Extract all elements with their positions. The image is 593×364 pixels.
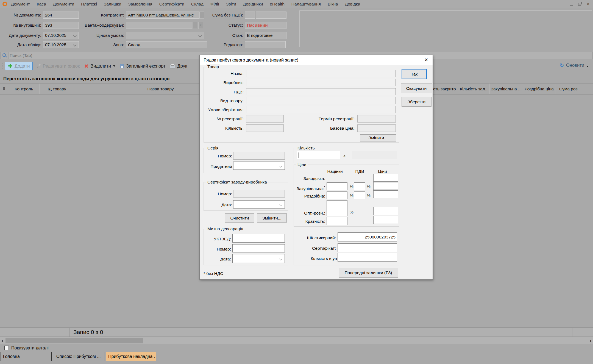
doc-number-field[interactable]: 264 bbox=[43, 12, 79, 19]
minimize-button[interactable] bbox=[567, 1, 575, 7]
menu-item-zalyshky[interactable]: Залишки bbox=[104, 2, 121, 7]
sticker-barcode-field[interactable]: 2500000203725 bbox=[338, 232, 397, 241]
search-icon-box[interactable] bbox=[1, 52, 9, 59]
tab-income-invoice[interactable]: Прибуткова накладна . bbox=[106, 352, 156, 361]
retail-markup-input[interactable] bbox=[327, 191, 347, 199]
wholesale-markup-input[interactable] bbox=[327, 208, 347, 216]
retail-vat-input[interactable] bbox=[354, 191, 365, 199]
menu-item-vikna[interactable]: Вікна bbox=[328, 2, 338, 7]
base-price-label: Базова ціна: bbox=[318, 125, 355, 132]
base-price-field[interactable] bbox=[357, 124, 396, 132]
retail-price-label: Роздрібна: bbox=[296, 193, 325, 199]
manufacturer-field[interactable] bbox=[246, 79, 396, 86]
multiplicity-input[interactable] bbox=[327, 217, 347, 225]
chevron-down-icon[interactable] bbox=[73, 43, 77, 47]
tab-main[interactable]: Головна bbox=[1, 352, 52, 361]
dialog-quantity-label: Кількість. bbox=[202, 125, 244, 132]
multiplicity-price-field[interactable] bbox=[373, 216, 398, 224]
purchase-markup-input[interactable] bbox=[327, 182, 347, 190]
product-change-button[interactable]: Змінити... bbox=[360, 134, 396, 141]
scroll-left-icon[interactable]: ‹ bbox=[0, 337, 5, 344]
clear-button[interactable]: Очистити bbox=[225, 213, 254, 223]
scrollbar-thumb[interactable] bbox=[5, 338, 143, 343]
column-header-sum-retail[interactable]: Сума роз bbox=[555, 84, 593, 94]
factory-cert-number-field[interactable] bbox=[233, 190, 285, 198]
app-window: Документ Каса Документи Платежі Залишки … bbox=[0, 0, 593, 364]
add-row-button[interactable]: Додати bbox=[5, 62, 33, 70]
dialog-close-button[interactable]: × bbox=[422, 56, 430, 64]
menu-item-sklad[interactable]: Склад bbox=[191, 2, 204, 7]
customs-date-label: Дата: bbox=[202, 255, 231, 262]
per-pack-input[interactable] bbox=[338, 253, 397, 262]
reg-term-field[interactable] bbox=[357, 115, 396, 123]
product-type-field[interactable] bbox=[246, 97, 396, 104]
dialog-quantity-info-field[interactable] bbox=[246, 124, 284, 132]
customs-number-input[interactable] bbox=[232, 244, 285, 252]
menu-item-zvity[interactable]: Звіти bbox=[226, 2, 236, 7]
vat-field[interactable] bbox=[246, 88, 396, 95]
quantity-total-field[interactable] bbox=[352, 151, 397, 159]
row-grip-icon[interactable]: ⠿ bbox=[0, 84, 8, 94]
storage-conditions-field[interactable] bbox=[246, 106, 396, 113]
accounting-date-field[interactable]: 07.10.2025 bbox=[43, 41, 79, 48]
contractor-field[interactable]: Апт №003 пгт.Барышевка, ул.Кие bbox=[126, 12, 199, 19]
column-header-control[interactable]: Контроль bbox=[8, 84, 40, 94]
consignee-field[interactable] bbox=[126, 22, 192, 29]
sum-no-vat-field[interactable] bbox=[256, 12, 286, 19]
purchase-vat-input[interactable] bbox=[354, 182, 365, 190]
previous-stock-button[interactable]: Попередні залишки (F8) bbox=[339, 268, 398, 278]
doc-date-field[interactable]: 07.10.2025 bbox=[43, 32, 79, 39]
delete-row-button[interactable]: Видалити bbox=[84, 63, 115, 69]
toolbar-grip-icon[interactable] bbox=[2, 63, 2, 69]
menu-item-ehealth[interactable]: eHealth bbox=[270, 2, 284, 7]
wholesale-price-field[interactable] bbox=[373, 207, 398, 215]
refresh-button[interactable]: ↻ Оновити bbox=[560, 63, 589, 68]
factory-price-field[interactable] bbox=[373, 174, 398, 182]
internal-number-field[interactable]: 393 bbox=[43, 22, 79, 29]
scroll-right-icon[interactable]: › bbox=[588, 337, 593, 344]
edit-row-button[interactable]: Редагувати рядок bbox=[37, 63, 80, 69]
menu-item-filii[interactable]: Філії bbox=[210, 2, 219, 7]
cancel-button[interactable]: Скасувати bbox=[401, 84, 432, 93]
menu-item-dovidnyky[interactable]: Довідники bbox=[243, 2, 263, 7]
column-header-qty-remaining[interactable]: Кількість зал... bbox=[459, 84, 489, 94]
chevron-down-icon bbox=[279, 203, 282, 206]
purchase-price-field[interactable] bbox=[373, 182, 398, 190]
horizontal-scrollbar[interactable]: ‹ › bbox=[0, 337, 593, 344]
customs-date-combobox[interactable] bbox=[232, 254, 285, 263]
chevron-down-icon[interactable] bbox=[73, 34, 77, 37]
menu-item-dokument[interactable]: Документ bbox=[11, 2, 30, 7]
tab-income-list[interactable]: Список: Прибуткові ... bbox=[54, 352, 104, 361]
dialog-title-bar[interactable]: Рядок прибуткового документа (новий запи… bbox=[200, 55, 433, 65]
column-header-retail-price[interactable]: Роздрібна ціна bbox=[523, 84, 555, 94]
certificate-change-button[interactable]: Змінити... bbox=[257, 213, 287, 223]
product-name-field[interactable] bbox=[246, 70, 396, 77]
restore-button[interactable] bbox=[576, 1, 583, 7]
show-details-checkbox[interactable] bbox=[4, 346, 9, 350]
menu-item-nalashtuvannia[interactable]: Налаштування bbox=[291, 2, 321, 7]
column-header-product-id[interactable]: ІД товару bbox=[40, 84, 74, 94]
quantity-input[interactable] bbox=[297, 151, 340, 159]
price-condition-field[interactable] bbox=[126, 32, 204, 39]
retail-price-field[interactable] bbox=[373, 190, 398, 198]
menu-item-sertyfikaty[interactable]: Сертифікати bbox=[159, 2, 184, 7]
menu-item-kasa[interactable]: Каса bbox=[37, 2, 46, 7]
sum-no-vat-field-small[interactable] bbox=[245, 12, 255, 19]
menu-item-dokumenty[interactable]: Документи bbox=[53, 2, 74, 7]
close-button[interactable]: × bbox=[584, 1, 592, 7]
plus-icon bbox=[8, 64, 12, 68]
factory-cert-date-combobox[interactable] bbox=[233, 200, 285, 209]
series-valid-combobox[interactable] bbox=[233, 162, 285, 170]
print-button[interactable]: Друк bbox=[170, 63, 187, 69]
menu-item-dovidka[interactable]: Довідка bbox=[345, 2, 360, 7]
menu-item-platezhi[interactable]: Платежі bbox=[81, 2, 97, 7]
uktzed-input[interactable] bbox=[232, 234, 285, 243]
save-button[interactable]: Зберегти bbox=[402, 97, 431, 107]
general-export-button[interactable]: Загальний експорт bbox=[120, 63, 166, 69]
reg-number-field[interactable] bbox=[246, 115, 284, 123]
dialog-certificate-input[interactable] bbox=[338, 243, 397, 252]
menu-item-zamovlennia[interactable]: Замовлення bbox=[128, 2, 152, 7]
ok-button[interactable]: Так bbox=[402, 69, 427, 79]
column-header-purchase-price[interactable]: Закупівельна ... bbox=[489, 84, 523, 94]
series-number-field[interactable] bbox=[233, 152, 285, 160]
